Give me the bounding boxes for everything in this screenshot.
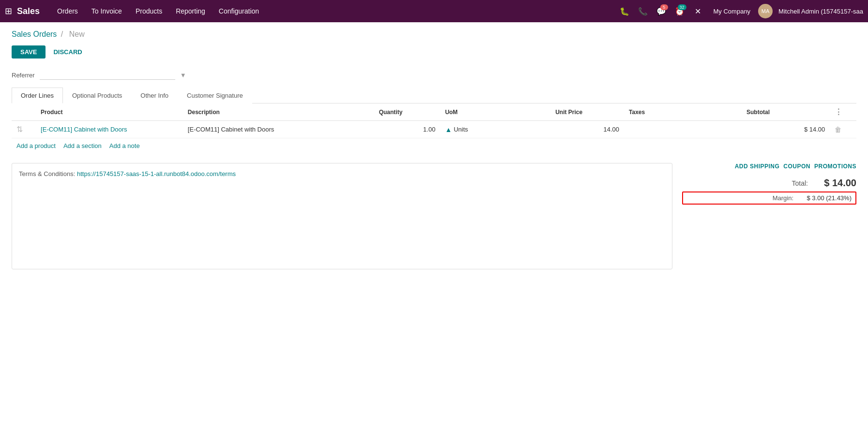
- nav-configuration[interactable]: Configuration: [213, 0, 265, 22]
- total-value: $ 14.00: [818, 177, 856, 189]
- delete-row-icon[interactable]: 🗑: [835, 126, 841, 133]
- grid-icon[interactable]: ⊞: [5, 6, 12, 16]
- company-name[interactable]: My Company: [709, 8, 756, 15]
- total-row: Total: $ 14.00: [682, 177, 856, 189]
- row-product: [E-COM11] Cabinet with Doors: [36, 121, 183, 138]
- row-delete: 🗑: [830, 121, 856, 138]
- totals-actions: ADD SHIPPING COUPON PROMOTIONS: [735, 163, 856, 170]
- bug-icon[interactable]: 🐛: [617, 3, 632, 19]
- row-quantity[interactable]: 1.00: [374, 121, 441, 138]
- user-name[interactable]: Mitchell Admin (15745157-saa: [776, 8, 863, 15]
- action-bar: SAVE DISCARD: [12, 45, 856, 59]
- margin-value: $ 3.00 (21.43%): [803, 194, 852, 202]
- breadcrumb-parent[interactable]: Sales Orders: [12, 30, 57, 38]
- tab-customer-signature[interactable]: Customer Signature: [178, 88, 252, 103]
- referrer-row: Referrer ▼: [12, 68, 856, 88]
- coupon-button[interactable]: COUPON: [783, 163, 810, 170]
- phone-icon[interactable]: 📞: [635, 3, 651, 19]
- uom-value[interactable]: Units: [454, 126, 468, 133]
- table-row: ⇅ [E-COM11] Cabinet with Doors [E-COM11]…: [12, 121, 856, 138]
- th-actions: ⋮: [830, 103, 856, 121]
- brand-logo[interactable]: Sales: [17, 6, 40, 16]
- nav-icons: 🐛 📞 💬 5 ⏰ 32 ✕ My Company MA Mitchell Ad…: [617, 3, 863, 19]
- nav-reporting[interactable]: Reporting: [170, 0, 211, 22]
- tab-order-lines[interactable]: Order Lines: [12, 88, 63, 103]
- nav-to-invoice[interactable]: To Invoice: [86, 0, 128, 22]
- activity-icon[interactable]: ⏰ 32: [672, 3, 687, 19]
- margin-row: Margin: $ 3.00 (21.43%): [682, 191, 856, 205]
- chat-icon[interactable]: 💬 5: [654, 3, 669, 19]
- top-navigation: ⊞ Sales Orders To Invoice Products Repor…: [0, 0, 868, 22]
- close-icon[interactable]: ✕: [690, 3, 706, 19]
- add-product-link[interactable]: Add a product: [16, 142, 56, 149]
- add-links: Add a product Add a section Add a note: [12, 138, 856, 153]
- row-unit-price[interactable]: 14.00: [550, 121, 624, 138]
- activity-badge: 32: [678, 4, 686, 10]
- th-taxes: Taxes: [624, 103, 742, 121]
- nav-orders[interactable]: Orders: [51, 0, 84, 22]
- user-avatar[interactable]: MA: [758, 4, 773, 18]
- terms-box: Terms & Conditions: https://15745157-saa…: [12, 163, 672, 269]
- bottom-section: Terms & Conditions: https://15745157-saa…: [12, 163, 856, 269]
- order-tabs: Order Lines Optional Products Other Info…: [12, 88, 856, 103]
- margin-label: Margin:: [773, 194, 793, 202]
- breadcrumb-separator: /: [61, 30, 65, 38]
- th-quantity: Quantity: [374, 103, 441, 121]
- chat-badge: 5: [660, 4, 668, 10]
- th-subtotal: Subtotal: [742, 103, 830, 121]
- th-description: Description: [183, 103, 374, 121]
- breadcrumb: Sales Orders / New: [12, 30, 856, 39]
- row-uom: ▲ Units: [440, 121, 550, 138]
- product-link[interactable]: [E-COM11] Cabinet with Doors: [41, 126, 127, 133]
- discard-button[interactable]: DISCARD: [48, 45, 87, 59]
- promotions-button[interactable]: PROMOTIONS: [814, 163, 856, 170]
- breadcrumb-current: New: [69, 30, 85, 38]
- uom-forecast-icon[interactable]: ▲: [445, 126, 452, 133]
- order-lines-table: Product Description Quantity UoM Unit Pr…: [12, 103, 856, 138]
- row-description[interactable]: [E-COM11] Cabinet with Doors: [183, 121, 374, 138]
- th-product: Product: [36, 103, 183, 121]
- totals-section: ADD SHIPPING COUPON PROMOTIONS Total: $ …: [682, 163, 856, 269]
- tab-optional-products[interactable]: Optional Products: [63, 88, 131, 103]
- row-taxes[interactable]: [624, 121, 742, 138]
- row-subtotal: $ 14.00: [742, 121, 830, 138]
- referrer-dropdown-icon[interactable]: ▼: [180, 72, 186, 79]
- terms-link[interactable]: https://15745157-saas-15-1-all.runbot84.…: [77, 170, 236, 177]
- th-drag: [12, 103, 36, 121]
- total-label: Total:: [792, 179, 808, 187]
- column-options-icon[interactable]: ⋮: [835, 108, 842, 116]
- tab-other-info[interactable]: Other Info: [131, 88, 178, 103]
- nav-products[interactable]: Products: [130, 0, 168, 22]
- th-unit-price: Unit Price: [550, 103, 624, 121]
- save-button[interactable]: SAVE: [12, 45, 46, 59]
- terms-label: Terms & Conditions:: [19, 170, 75, 177]
- add-note-link[interactable]: Add a note: [109, 142, 140, 149]
- drag-handle[interactable]: ⇅: [12, 121, 36, 138]
- page-content: Sales Orders / New SAVE DISCARD Referrer…: [0, 22, 868, 277]
- referrer-label: Referrer: [12, 72, 35, 79]
- referrer-input[interactable]: [40, 70, 175, 80]
- add-section-link[interactable]: Add a section: [63, 142, 102, 149]
- th-uom: UoM: [440, 103, 550, 121]
- add-shipping-button[interactable]: ADD SHIPPING: [735, 163, 780, 170]
